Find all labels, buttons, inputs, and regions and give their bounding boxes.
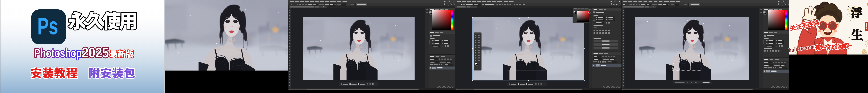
svg-text:2025: 2025 [82, 45, 109, 60]
svg-text:Photoshop: Photoshop [34, 46, 82, 60]
svg-text:~: ~ [849, 42, 852, 49]
